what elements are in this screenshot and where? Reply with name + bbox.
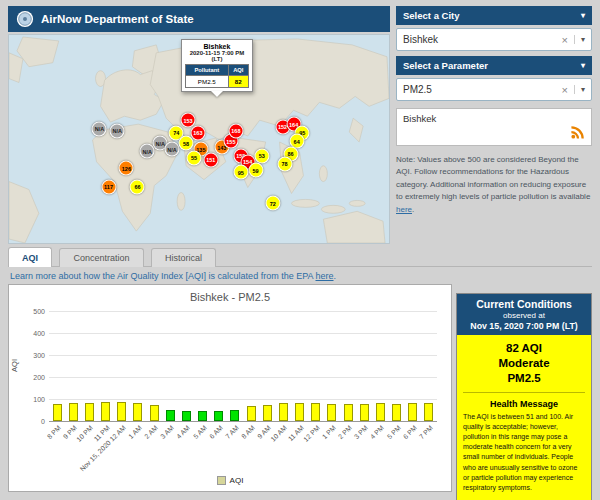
chart-plot-area: 01002003004005008 PM9 PM10 PM11 PMNov 15…	[49, 311, 437, 421]
app-header: AirNow Department of State	[8, 6, 390, 32]
cc-pollutant: PM2.5	[463, 371, 585, 386]
aqi-bar[interactable]	[360, 404, 369, 421]
tab-concentration[interactable]: Concentration	[59, 248, 143, 267]
aqi-map-marker[interactable]: 59	[248, 163, 263, 178]
learn-more-text: Learn more about how the Air Quality Ind…	[10, 271, 336, 281]
note-text: Note: Values above 500 are considered Be…	[396, 155, 590, 201]
aqi-bar[interactable]	[85, 403, 94, 421]
legend-swatch	[217, 476, 226, 485]
rss-feed-label: Bishkek	[403, 113, 436, 124]
select-city-header[interactable]: Select a City ▾	[396, 6, 592, 25]
beyond-aqi-note: Note: Values above 500 are considered Be…	[396, 154, 592, 216]
city-select-value: Bishkek	[403, 34, 562, 45]
map-popup: Bishkek 2020-11-15 7:00 PM (LT) Pollutan…	[181, 39, 253, 92]
current-conditions-panel: Current Conditions observed at Nov 15, 2…	[456, 293, 592, 500]
cc-datetime: Nov 15, 2020 7:00 PM (LT)	[460, 321, 588, 331]
popup-arrow	[211, 91, 223, 97]
tab-bar: AQI Concentration Historical	[8, 247, 592, 267]
aqi-bar[interactable]	[424, 403, 433, 421]
aqi-bar[interactable]	[279, 403, 288, 421]
aqi-bar[interactable]	[295, 403, 304, 421]
aqi-map-marker[interactable]: 151	[203, 152, 218, 167]
aqi-bar[interactable]	[311, 403, 320, 421]
select-parameter-label: Select a Parameter	[403, 60, 488, 71]
aqi-bar[interactable]	[198, 411, 207, 421]
popup-city: Bishkek	[185, 43, 249, 50]
app-title: AirNow Department of State	[41, 13, 194, 25]
aqi-bar[interactable]	[166, 410, 175, 421]
y-axis-label: AQI	[10, 359, 19, 372]
popup-timezone: (LT)	[185, 56, 249, 62]
aqi-map-marker[interactable]: 168	[228, 123, 243, 138]
rss-feed-box: Bishkek	[396, 108, 592, 146]
y-tick-label: 200	[33, 374, 45, 381]
aqi-bar[interactable]	[327, 404, 336, 421]
aqi-bar[interactable]	[101, 402, 110, 421]
aqi-bar[interactable]	[247, 406, 256, 421]
aqi-map-marker[interactable]: 126	[119, 161, 134, 176]
popup-table: Pollutant AQI PM2.5 82	[185, 64, 249, 88]
aqi-map-marker[interactable]: N/A	[92, 121, 107, 136]
aqi-bar[interactable]	[392, 404, 401, 421]
aqi-map-marker[interactable]: 95	[233, 165, 248, 180]
current-conditions-header: Current Conditions observed at Nov 15, 2…	[457, 294, 591, 335]
cc-health-text: The AQI is between 51 and 100. Air quali…	[463, 412, 585, 493]
chevron-down-icon: ▾	[581, 61, 585, 70]
aqi-bar[interactable]	[230, 410, 239, 421]
aqi-map-marker[interactable]: 163	[190, 125, 205, 140]
learn-more-prefix: Learn more about how the Air Quality Ind…	[10, 271, 316, 281]
world-map[interactable]: N/AN/AN/AN/AN/A1261176615374163581355515…	[8, 34, 390, 244]
aqi-bar[interactable]	[182, 411, 191, 421]
parameter-dropdown-caret-icon[interactable]: ▾	[574, 85, 585, 94]
aqi-bar[interactable]	[376, 403, 385, 421]
aqi-bar[interactable]	[69, 403, 78, 421]
cc-aqi-value: 82 AQI	[463, 341, 585, 356]
aqi-bar[interactable]	[53, 404, 62, 421]
aqi-bar[interactable]	[408, 403, 417, 421]
aqi-bar[interactable]	[263, 405, 272, 422]
aqi-map-marker[interactable]: N/A	[140, 144, 155, 159]
y-tick-label: 300	[33, 352, 45, 359]
learn-more-link[interactable]: here	[316, 271, 334, 281]
y-tick-label: 500	[33, 308, 45, 315]
chart-legend[interactable]: AQI	[9, 476, 451, 485]
aqi-bar[interactable]	[117, 402, 126, 421]
y-tick-label: 100	[33, 396, 45, 403]
popup-col-pollutant: Pollutant	[186, 65, 229, 76]
tab-aqi[interactable]: AQI	[8, 247, 52, 267]
clear-city-icon[interactable]: ×	[562, 34, 568, 46]
tab-historical[interactable]: Historical	[151, 248, 216, 267]
select-parameter-header[interactable]: Select a Parameter ▾	[396, 56, 592, 75]
aqi-bar[interactable]	[150, 405, 159, 421]
parameter-select[interactable]: PM2.5 × ▾	[396, 78, 592, 101]
aqi-bar[interactable]	[214, 411, 223, 421]
clear-parameter-icon[interactable]: ×	[562, 84, 568, 96]
aqi-map-marker[interactable]: 78	[277, 156, 292, 171]
aqi-map-marker[interactable]: N/A	[110, 123, 125, 138]
cc-observed-at: observed at	[460, 311, 588, 320]
aqi-map-marker[interactable]: 55	[187, 150, 202, 165]
chevron-down-icon: ▾	[581, 11, 585, 20]
y-tick-label: 400	[33, 330, 45, 337]
cc-divider	[463, 392, 585, 393]
dos-seal-logo	[16, 10, 34, 28]
aqi-map-marker[interactable]: 66	[130, 179, 145, 194]
popup-pollutant-value: PM2.5	[186, 76, 229, 88]
aqi-map-marker[interactable]: N/A	[165, 142, 180, 157]
y-gridline	[49, 311, 437, 312]
note-link[interactable]: here	[396, 205, 412, 214]
aqi-map-marker[interactable]: 72	[265, 196, 280, 211]
note-suffix: .	[412, 205, 414, 214]
aqi-bar[interactable]	[133, 403, 142, 421]
rss-icon[interactable]	[570, 125, 585, 140]
city-dropdown-caret-icon[interactable]: ▾	[574, 35, 585, 44]
aqi-bar[interactable]	[344, 404, 353, 421]
cc-category: Moderate	[463, 356, 585, 371]
select-city-label: Select a City	[403, 10, 460, 21]
aqi-chart-panel: Bishkek - PM2.5 AQI 01002003004005008 PM…	[8, 284, 452, 492]
aqi-map-marker[interactable]: 117	[101, 179, 116, 194]
city-select[interactable]: Bishkek × ▾	[396, 28, 592, 51]
popup-aqi-value: 82	[228, 76, 248, 88]
aqi-map-marker[interactable]: 53	[254, 148, 269, 163]
aqi-map-marker[interactable]: 58	[179, 136, 194, 151]
